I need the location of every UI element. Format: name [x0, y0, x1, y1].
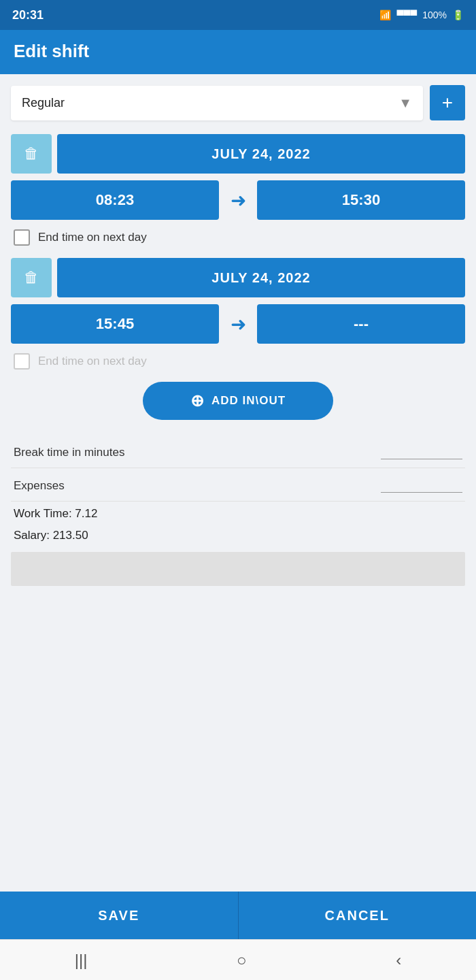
salary-label: Salary: 213.50 [14, 529, 88, 542]
start-time-2-button[interactable]: 15:45 [11, 304, 219, 344]
add-inout-button[interactable]: ⊕ ADD IN\OUT [143, 382, 333, 420]
date-row-2: 🗑 JULY 24, 2022 [11, 258, 465, 297]
start-time-1-button[interactable]: 08:23 [11, 180, 219, 220]
status-icons: 📶 ▀▀▀ 100% 🔋 [379, 10, 464, 20]
chevron-down-icon: ▼ [398, 95, 412, 111]
battery-icon: 🔋 [452, 10, 464, 20]
signal-icon: ▀▀▀ [396, 10, 417, 20]
plus-circle-icon: ⊕ [190, 391, 205, 410]
page-title: Edit shift [14, 41, 89, 61]
shift-type-label: Regular [22, 96, 65, 110]
time-row-1: 08:23 ➜ 15:30 [11, 180, 465, 220]
delete-shift-1-button[interactable]: 🗑 [11, 134, 52, 174]
break-time-input[interactable] [381, 444, 462, 459]
expenses-label: Expenses [14, 479, 65, 493]
arrow-right-icon-2: ➜ [224, 313, 252, 336]
date-1-label: JULY 24, 2022 [211, 146, 310, 162]
delete-shift-2-button[interactable]: 🗑 [11, 258, 52, 297]
bottom-buttons: SAVE CANCEL [0, 892, 476, 939]
end-next-day-label-2: End time on next day [38, 355, 147, 368]
start-time-1-label: 08:23 [96, 191, 134, 209]
battery-label: 100% [422, 10, 447, 20]
status-time: 20:31 [12, 8, 44, 22]
cancel-button[interactable]: CANCEL [238, 892, 477, 939]
work-time-label: Work Time: 7.12 [14, 507, 97, 520]
header: Edit shift [0, 30, 476, 74]
trash-icon-2: 🗑 [24, 269, 39, 287]
expenses-input[interactable] [381, 478, 462, 493]
date-2-button[interactable]: JULY 24, 2022 [57, 258, 465, 297]
status-bar: 20:31 📶 ▀▀▀ 100% 🔋 [0, 0, 476, 30]
break-time-label: Break time in minutes [14, 446, 124, 459]
end-time-1-button[interactable]: 15:30 [257, 180, 465, 220]
end-next-day-label-1: End time on next day [38, 231, 147, 244]
date-1-button[interactable]: JULY 24, 2022 [57, 134, 465, 174]
gray-section [11, 552, 465, 586]
nav-bar: ||| ○ ‹ [0, 939, 476, 980]
time-row-2: 15:45 ➜ --- [11, 304, 465, 344]
end-time-2-button[interactable]: --- [257, 304, 465, 344]
end-time-1-label: 15:30 [342, 191, 380, 209]
end-next-day-row-2: End time on next day [11, 353, 465, 370]
back-icon[interactable]: ‹ [396, 951, 401, 970]
wifi-icon: 📶 [379, 10, 391, 20]
expenses-row: Expenses [11, 470, 465, 502]
main-content: Regular ▼ + 🗑 JULY 24, 2022 08:23 ➜ 15:3… [0, 74, 476, 892]
menu-icon[interactable]: ||| [75, 951, 88, 970]
add-inout-label: ADD IN\OUT [211, 394, 286, 408]
date-row-1: 🗑 JULY 24, 2022 [11, 134, 465, 174]
shift-block-1: 🗑 JULY 24, 2022 08:23 ➜ 15:30 End time o… [11, 134, 465, 246]
shift-type-dropdown[interactable]: Regular ▼ [11, 86, 423, 120]
trash-icon: 🗑 [24, 145, 39, 163]
date-2-label: JULY 24, 2022 [211, 270, 310, 286]
end-next-day-checkbox-1[interactable] [14, 229, 30, 246]
shift-block-2: 🗑 JULY 24, 2022 15:45 ➜ --- End time on … [11, 258, 465, 370]
arrow-right-icon: ➜ [224, 189, 252, 212]
save-button[interactable]: SAVE [0, 892, 238, 939]
home-icon[interactable]: ○ [237, 951, 247, 970]
end-next-day-row-1: End time on next day [11, 229, 465, 246]
end-time-2-label: --- [354, 315, 369, 333]
end-next-day-checkbox-2 [14, 353, 30, 370]
shift-type-row: Regular ▼ + [11, 85, 465, 120]
start-time-2-label: 15:45 [96, 315, 134, 333]
salary-row: Salary: 213.50 [11, 525, 465, 546]
break-time-row: Break time in minutes [11, 436, 465, 468]
work-time-row: Work Time: 7.12 [11, 503, 465, 525]
add-shift-button[interactable]: + [430, 85, 465, 120]
